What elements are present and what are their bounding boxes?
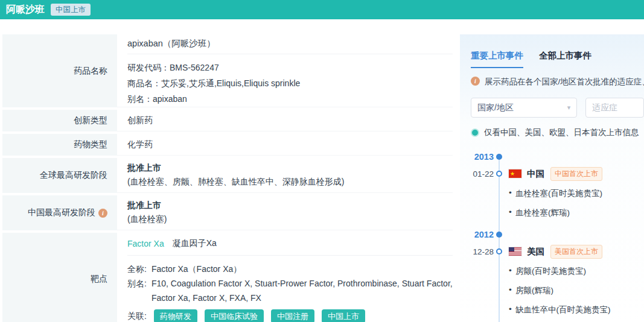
table-row-innovation-type: 创新类型 创新药: [2, 110, 453, 131]
row-value: 批准上市 (血栓栓塞): [117, 195, 453, 230]
row-value: 创新药: [117, 110, 453, 131]
timeline-year-dot: [496, 154, 502, 160]
table-row-drug-name: 药品名称 apixaban（阿哌沙班） 研发代码：BMS-562247 商品名：…: [2, 34, 453, 107]
timeline-date-row: 12-28 美国 美国首次上市: [471, 244, 644, 259]
first-listing-filter: 仅看中国、美国、欧盟、日本首次上市信息: [471, 127, 644, 138]
target-fullname-row: 全称: Factor Xa（Factor Xa）: [127, 262, 453, 276]
table-row-global-stage: 全球最高研发阶段 批准上市 (血栓栓塞、房颤、肺栓塞、缺血性卒中、深静脉血栓形成…: [2, 158, 453, 193]
china-flag-icon: ★: [509, 169, 521, 178]
row-label: 靶点: [2, 233, 117, 322]
row-label: 药品名称: [2, 34, 117, 107]
list-item: 血栓栓塞(辉瑞): [509, 207, 644, 218]
target-header: Factor Xa 凝血因子Xa: [127, 233, 453, 256]
events-note: i 展示药品在各个国家/地区首次批准的适应症、: [471, 77, 644, 87]
fullname-key: 全称:: [127, 262, 147, 276]
info-icon[interactable]: i: [98, 209, 107, 218]
events-tabs: 重要上市事件 全部上市事件: [471, 50, 644, 68]
link-china-trials-button[interactable]: 中国临床试验: [205, 309, 264, 322]
timeline-entry-us: 2012 12-28 美国 美国首次上市 房颤(百时美施贵宝) 房颤(辉瑞) 缺…: [471, 228, 644, 322]
target-name-link[interactable]: Factor Xa: [127, 239, 164, 248]
target-name-cn: 凝血因子Xa: [173, 238, 217, 249]
dev-code: 研发代码：BMS-562247: [127, 60, 453, 75]
alias-value: F10, Coagulation Factor X, Stuart-Prower…: [151, 276, 453, 305]
timeline-country: 美国: [527, 246, 544, 257]
row-value: Factor Xa 凝血因子Xa 全称: Factor Xa（Factor Xa…: [117, 233, 453, 322]
indication-select[interactable]: 适应症: [585, 98, 644, 118]
row-label: 药物类型: [2, 134, 117, 156]
timeline-year: 2012: [471, 230, 494, 239]
events-timeline: 2013 01-22 ★ 中国 中国首次上市 血栓栓塞(百时美施贵宝) 血栓栓塞…: [471, 150, 644, 322]
timeline-year: 2013: [471, 152, 494, 162]
tab-important-events[interactable]: 重要上市事件: [471, 50, 523, 68]
note-info-icon: i: [471, 77, 480, 86]
drug-primary-name: apixaban（阿哌沙班）: [127, 34, 453, 54]
global-stage-value: 批准上市: [127, 163, 453, 174]
fullname-value: Factor Xa（Factor Xa）: [151, 262, 241, 276]
timeline-entry-china: 2013 01-22 ★ 中国 中国首次上市 血栓栓塞(百时美施贵宝) 血栓栓塞…: [471, 150, 644, 218]
timeline-year-dot: [496, 232, 502, 238]
list-item: 血栓栓塞(百时美施贵宝): [509, 188, 644, 199]
timeline-indication-list: 血栓栓塞(百时美施贵宝) 血栓栓塞(辉瑞): [471, 188, 644, 218]
timeline-year-row: 2013: [471, 150, 644, 163]
timeline-date-dot: [496, 171, 502, 177]
status-badge: 中国上市: [51, 4, 91, 16]
row-label: 全球最高研发阶段: [2, 158, 117, 193]
alias: 别名：apixaban: [127, 91, 453, 107]
trade-name: 商品名：艾乐妥,艾乐通,Eliquis,Eliquis sprinkle: [127, 75, 453, 91]
table-row-drug-type: 药物类型 化学药: [2, 134, 453, 156]
china-stage-label: 中国最高研发阶段: [28, 207, 95, 218]
alias-key: 别名:: [127, 276, 147, 305]
first-listing-badge: 美国首次上市: [550, 245, 602, 259]
link-drug-rd-button[interactable]: 药物研发: [154, 309, 197, 322]
list-item: 房颤(百时美施贵宝): [509, 266, 644, 277]
country-select[interactable]: 国家/地区 ▾: [471, 98, 577, 118]
drug-info-table: 药品名称 apixaban（阿哌沙班） 研发代码：BMS-562247 商品名：…: [2, 34, 453, 322]
row-value: apixaban（阿哌沙班） 研发代码：BMS-562247 商品名：艾乐妥,艾…: [117, 34, 453, 107]
timeline-date: 01-22: [471, 169, 494, 178]
row-label: 创新类型: [2, 110, 117, 131]
list-item: 缺血性卒中(百时美施贵宝): [509, 305, 644, 315]
page-title: 阿哌沙班: [6, 4, 45, 16]
table-row-target: 靶点 Factor Xa 凝血因子Xa 全称: Factor Xa（Factor…: [2, 233, 453, 322]
note-text: 展示药品在各个国家/地区首次批准的适应症、: [485, 77, 644, 87]
link-china-registration-button[interactable]: 中国注册: [271, 309, 314, 322]
chevron-down-icon: ▾: [567, 104, 571, 112]
us-flag-icon: [509, 247, 521, 256]
page-header: 阿哌沙班 中国上市: [0, 0, 644, 19]
china-stage-value: 批准上市: [127, 200, 453, 211]
target-alias-row: 别名: F10, Coagulation Factor X, Stuart-Pr…: [127, 276, 453, 305]
timeline-indication-list: 房颤(百时美施贵宝) 房颤(辉瑞) 缺血性卒中(百时美施贵宝) 缺血性卒中(辉瑞…: [471, 266, 644, 322]
row-label: 中国最高研发阶段 i: [2, 195, 117, 230]
target-details: 全称: Factor Xa（Factor Xa） 别名: F10, Coagul…: [127, 256, 453, 322]
tab-all-events[interactable]: 全部上市事件: [539, 50, 591, 68]
country-select-value: 国家/地区: [477, 103, 514, 113]
first-listing-badge: 中国首次上市: [550, 167, 602, 181]
timeline-country: 中国: [527, 168, 544, 180]
timeline-year-row: 2012: [471, 228, 644, 241]
china-stage-detail: (血栓栓塞): [127, 214, 453, 225]
global-stage-detail: (血栓栓塞、房颤、肺栓塞、缺血性卒中、深静脉血栓形成): [127, 177, 453, 188]
timeline-date: 12-28: [471, 247, 494, 256]
timeline-date-dot: [496, 248, 502, 254]
links-key: 关联:: [127, 309, 147, 322]
row-value: 批准上市 (血栓栓塞、房颤、肺栓塞、缺血性卒中、深静脉血栓形成): [117, 158, 453, 193]
market-events-panel: 重要上市事件 全部上市事件 i 展示药品在各个国家/地区首次批准的适应症、 国家…: [460, 34, 644, 322]
radio-selected-icon[interactable]: [471, 128, 479, 137]
link-china-listed-button[interactable]: 中国上市: [322, 309, 365, 322]
events-filters: 国家/地区 ▾ 适应症: [471, 98, 644, 118]
drug-name-details: 研发代码：BMS-562247 商品名：艾乐妥,艾乐通,Eliquis,Eliq…: [127, 54, 453, 107]
radio-label: 仅看中国、美国、欧盟、日本首次上市信息: [484, 127, 639, 138]
indication-select-value: 适应症: [592, 103, 617, 113]
table-row-china-stage: 中国最高研发阶段 i 批准上市 (血栓栓塞): [2, 195, 453, 230]
target-links-row: 关联: 药物研发 中国临床试验 中国注册 中国上市: [127, 309, 453, 322]
timeline-date-row: 01-22 ★ 中国 中国首次上市: [471, 166, 644, 182]
row-value: 化学药: [117, 134, 453, 156]
list-item: 房颤(辉瑞): [509, 285, 644, 296]
